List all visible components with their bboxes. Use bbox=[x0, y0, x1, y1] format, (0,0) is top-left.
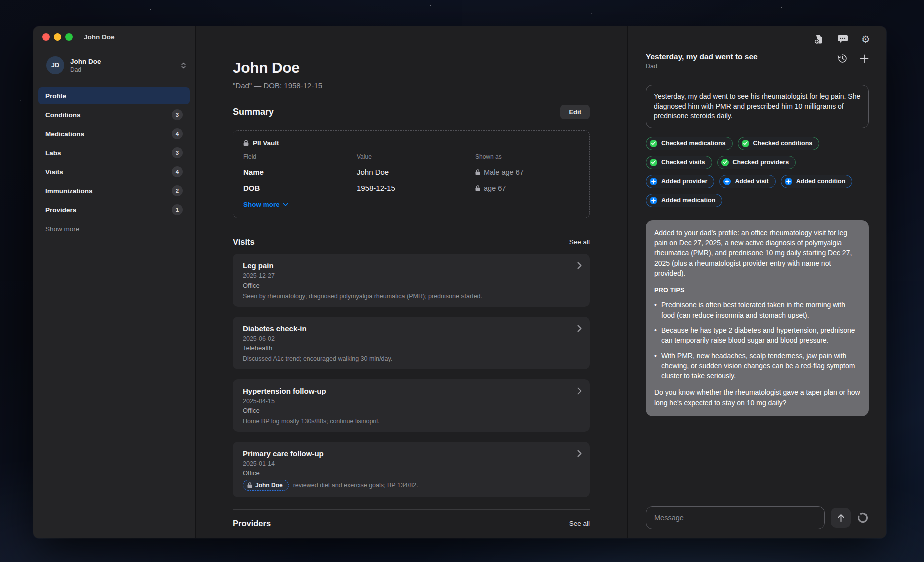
pii-show-more-link[interactable]: Show more bbox=[243, 201, 288, 208]
chevron-right-icon bbox=[577, 325, 582, 332]
sidebar-item[interactable]: Show more bbox=[38, 220, 190, 237]
visit-card[interactable]: Hypertension follow-up 2025-04-15 Office… bbox=[233, 379, 590, 432]
action-chip-label: Added visit bbox=[735, 178, 768, 185]
history-icon[interactable] bbox=[837, 53, 848, 64]
pro-tips-heading: PRO TIPS bbox=[654, 286, 860, 295]
action-chip[interactable]: Checked providers bbox=[717, 156, 796, 169]
pii-table-row: DOB 1958-12-15 age 67 bbox=[243, 184, 579, 192]
profile-switcher[interactable]: JD John Doe Dad bbox=[33, 47, 195, 74]
section-divider bbox=[233, 509, 590, 510]
visit-date: 2025-04-15 bbox=[243, 398, 580, 405]
visit-date: 2025-01-14 bbox=[243, 460, 580, 467]
action-chip[interactable]: Added visit bbox=[719, 175, 775, 188]
pii-shown-as: Male age 67 bbox=[475, 168, 579, 176]
bullet-icon: • bbox=[654, 325, 657, 346]
pii-shown-as: age 67 bbox=[475, 184, 579, 192]
send-button[interactable] bbox=[831, 508, 851, 528]
count-badge: 3 bbox=[172, 109, 183, 120]
action-chip[interactable]: Added condition bbox=[781, 175, 853, 188]
sidebar-item[interactable]: Profile bbox=[38, 87, 190, 104]
lock-icon bbox=[243, 140, 249, 146]
pii-field: DOB bbox=[243, 184, 357, 192]
visit-date: 2025-12-27 bbox=[243, 272, 580, 279]
sidebar-item[interactable]: Medications 4 bbox=[38, 125, 190, 142]
visit-note: Seen by rheumatology; diagnosed polymyal… bbox=[243, 292, 580, 300]
visit-note: Discussed A1c trend; encouraged walking … bbox=[243, 355, 580, 363]
count-badge: 3 bbox=[172, 147, 183, 158]
visit-title: Primary care follow-up bbox=[243, 449, 580, 458]
edit-button[interactable]: Edit bbox=[560, 105, 590, 119]
count-badge: 2 bbox=[172, 185, 183, 196]
close-button[interactable] bbox=[42, 33, 50, 41]
sidebar-item[interactable]: Immunizations 2 bbox=[38, 182, 190, 199]
plus-circle-icon bbox=[650, 178, 657, 185]
providers-see-all-link[interactable]: See all bbox=[569, 520, 590, 527]
message-input[interactable] bbox=[646, 506, 825, 529]
plus-circle-icon bbox=[723, 178, 731, 185]
providers-heading: Providers bbox=[233, 519, 271, 528]
action-chip[interactable]: Added medication bbox=[646, 194, 722, 207]
check-circle-icon bbox=[742, 140, 749, 147]
visit-title: Diabetes check-in bbox=[243, 324, 580, 333]
visit-type: Telehealth bbox=[243, 344, 580, 352]
sidebar-item-label: Profile bbox=[45, 92, 66, 100]
pii-value: 1958-12-15 bbox=[357, 184, 475, 192]
pii-vault-title: PII Vault bbox=[253, 139, 279, 147]
pro-tips-list: • Prednisone is often best tolerated tak… bbox=[654, 300, 860, 381]
page-subtitle: "Dad" — DOB: 1958-12-15 bbox=[233, 81, 590, 90]
lock-icon bbox=[475, 185, 480, 191]
app-window: John Doe JD John Doe Dad Profile Co bbox=[33, 26, 886, 538]
sidebar-item-label: Providers bbox=[45, 206, 76, 214]
visit-card[interactable]: Leg pain 2025-12-27 Office Seen by rheum… bbox=[233, 254, 590, 307]
main-content: John Doe "Dad" — DOB: 1958-12-15 Summary… bbox=[196, 26, 628, 538]
sidebar-item-label: Show more bbox=[45, 225, 79, 233]
bullet-icon: • bbox=[654, 300, 657, 320]
pii-table-rows: Name John Doe Male age 67 DOB 1958-12-15 bbox=[243, 168, 579, 192]
chat-bubble-icon[interactable] bbox=[837, 34, 848, 44]
sidebar-item[interactable]: Providers 1 bbox=[38, 201, 190, 218]
action-chip-label: Checked visits bbox=[661, 159, 705, 166]
visit-card[interactable]: Primary care follow-up 2025-01-14 Office… bbox=[233, 442, 590, 497]
visit-date: 2025-06-02 bbox=[243, 335, 580, 342]
pii-redaction-chip[interactable]: John Doe bbox=[243, 480, 289, 491]
sidebar-item-label: Conditions bbox=[45, 111, 81, 119]
pro-tip-item: • Prednisone is often best tolerated tak… bbox=[654, 300, 860, 320]
action-chip[interactable]: Checked conditions bbox=[738, 137, 820, 150]
visit-card[interactable]: Diabetes check-in 2025-06-02 Telehealth … bbox=[233, 317, 590, 369]
avatar: JD bbox=[46, 56, 64, 74]
plus-circle-icon bbox=[650, 197, 657, 204]
sidebar-nav: Profile Conditions 3 Medications 4 Labs … bbox=[38, 87, 190, 239]
pro-tip-item: • With PMR, new headaches, scalp tendern… bbox=[654, 351, 860, 381]
visit-title: Leg pain bbox=[243, 261, 580, 270]
action-chip-label: Checked medications bbox=[661, 140, 726, 147]
assistant-message: Added to your dad's profile: an office r… bbox=[646, 220, 869, 416]
settings-gear-icon[interactable]: ⚙ bbox=[861, 34, 870, 44]
chevron-updown-icon[interactable] bbox=[179, 60, 188, 71]
action-chip-label: Checked providers bbox=[733, 159, 789, 166]
pii-vault-card: PII Vault Field Value Shown as Name John… bbox=[233, 130, 590, 218]
action-chip[interactable]: Checked medications bbox=[646, 137, 733, 150]
sidebar-item[interactable]: Labs 3 bbox=[38, 144, 190, 161]
pro-tip-item: • Because he has type 2 diabetes and hyp… bbox=[654, 325, 860, 346]
new-chat-plus-icon[interactable] bbox=[860, 54, 869, 63]
zoom-button[interactable] bbox=[65, 33, 73, 41]
action-chip[interactable]: Checked visits bbox=[646, 156, 712, 169]
chevron-right-icon bbox=[577, 262, 582, 269]
sidebar-item[interactable]: Visits 4 bbox=[38, 163, 190, 180]
composer bbox=[628, 506, 886, 538]
plus-circle-icon bbox=[785, 178, 792, 185]
sidebar-item-label: Immunizations bbox=[45, 187, 93, 195]
action-chip[interactable]: Added provider bbox=[646, 175, 714, 188]
visit-note: Home BP log mostly 130s/80s; continue li… bbox=[243, 417, 580, 425]
visits-see-all-link[interactable]: See all bbox=[569, 238, 590, 246]
sidebar-item[interactable]: Conditions 3 bbox=[38, 106, 190, 123]
bullet-icon: • bbox=[654, 351, 657, 381]
sidebar-item-label: Medications bbox=[45, 130, 84, 138]
new-report-button[interactable] bbox=[814, 34, 824, 45]
assistant-intro: Added to your dad's profile: an office r… bbox=[654, 228, 860, 278]
lock-icon bbox=[475, 169, 480, 175]
minimize-button[interactable] bbox=[54, 33, 61, 41]
assistant-question: Do you know whether the rheumatologist g… bbox=[654, 387, 860, 408]
titlebar: John Doe bbox=[33, 26, 195, 47]
visit-type: Office bbox=[243, 282, 580, 289]
